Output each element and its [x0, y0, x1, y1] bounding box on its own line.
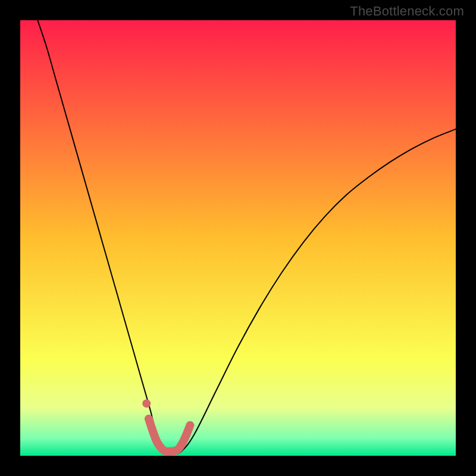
watermark-text: TheBottleneck.com: [350, 4, 464, 19]
chart-plot: [20, 20, 456, 456]
frame: TheBottleneck.com: [0, 0, 476, 476]
chart-svg: [20, 20, 456, 456]
chart-background: [20, 20, 456, 456]
highlight-dot: [142, 399, 151, 408]
